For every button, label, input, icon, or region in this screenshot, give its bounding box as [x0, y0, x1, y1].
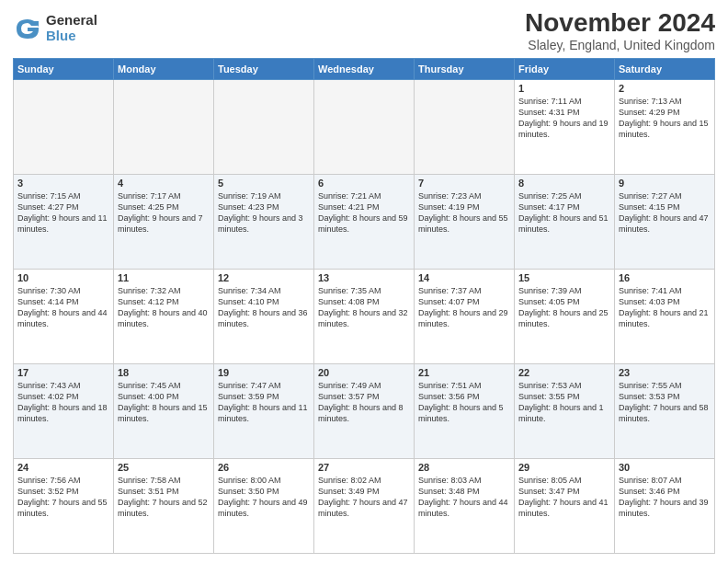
- day-number: 17: [17, 367, 109, 378]
- week-row-3: 10Sunrise: 7:30 AM Sunset: 4:14 PM Dayli…: [14, 269, 715, 363]
- week-row-2: 3Sunrise: 7:15 AM Sunset: 4:27 PM Daylig…: [14, 174, 715, 269]
- cell-1-1: [14, 79, 114, 174]
- day-info: Sunrise: 7:58 AM Sunset: 3:51 PM Dayligh…: [118, 475, 210, 520]
- week-row-1: 1Sunrise: 7:11 AM Sunset: 4:31 PM Daylig…: [14, 79, 715, 174]
- day-info: Sunrise: 7:56 AM Sunset: 3:52 PM Dayligh…: [17, 475, 109, 520]
- cell-3-3: 12Sunrise: 7:34 AM Sunset: 4:10 PM Dayli…: [214, 269, 314, 363]
- day-number: 22: [518, 367, 610, 378]
- col-tuesday: Tuesday: [214, 58, 314, 79]
- calendar-header: Sunday Monday Tuesday Wednesday Thursday…: [14, 58, 715, 79]
- day-info: Sunrise: 7:17 AM Sunset: 4:25 PM Dayligh…: [118, 190, 210, 236]
- day-number: 10: [17, 272, 109, 283]
- day-number: 8: [518, 178, 610, 189]
- day-info: Sunrise: 7:23 AM Sunset: 4:19 PM Dayligh…: [418, 190, 510, 236]
- day-number: 27: [318, 462, 410, 473]
- cell-5-6: 29Sunrise: 8:05 AM Sunset: 3:47 PM Dayli…: [515, 458, 615, 553]
- day-info: Sunrise: 7:47 AM Sunset: 3:59 PM Dayligh…: [218, 380, 310, 425]
- day-info: Sunrise: 7:37 AM Sunset: 4:07 PM Dayligh…: [418, 285, 510, 330]
- cell-5-4: 27Sunrise: 8:02 AM Sunset: 3:49 PM Dayli…: [314, 458, 415, 553]
- day-number: 30: [619, 462, 711, 473]
- header-row: Sunday Monday Tuesday Wednesday Thursday…: [14, 58, 715, 79]
- day-info: Sunrise: 7:30 AM Sunset: 4:14 PM Dayligh…: [17, 285, 109, 330]
- cell-1-2: [114, 79, 214, 174]
- cell-4-3: 19Sunrise: 7:47 AM Sunset: 3:59 PM Dayli…: [214, 363, 314, 458]
- cell-4-1: 17Sunrise: 7:43 AM Sunset: 4:02 PM Dayli…: [14, 363, 114, 458]
- col-thursday: Thursday: [415, 58, 515, 79]
- cell-4-6: 22Sunrise: 7:53 AM Sunset: 3:55 PM Dayli…: [515, 363, 615, 458]
- col-sunday: Sunday: [14, 58, 114, 79]
- day-info: Sunrise: 8:02 AM Sunset: 3:49 PM Dayligh…: [318, 475, 410, 520]
- day-number: 5: [218, 178, 310, 189]
- cell-1-6: 1Sunrise: 7:11 AM Sunset: 4:31 PM Daylig…: [515, 79, 615, 174]
- col-friday: Friday: [515, 58, 615, 79]
- day-info: Sunrise: 7:43 AM Sunset: 4:02 PM Dayligh…: [17, 380, 109, 425]
- day-number: 25: [118, 462, 210, 473]
- cell-4-4: 20Sunrise: 7:49 AM Sunset: 3:57 PM Dayli…: [314, 363, 415, 458]
- cell-2-7: 9Sunrise: 7:27 AM Sunset: 4:15 PM Daylig…: [615, 174, 715, 269]
- day-number: 19: [218, 367, 310, 378]
- day-number: 21: [418, 367, 510, 378]
- cell-5-5: 28Sunrise: 8:03 AM Sunset: 3:48 PM Dayli…: [415, 458, 515, 553]
- cell-2-2: 4Sunrise: 7:17 AM Sunset: 4:25 PM Daylig…: [114, 174, 214, 269]
- day-info: Sunrise: 7:21 AM Sunset: 4:21 PM Dayligh…: [318, 190, 410, 236]
- cell-4-2: 18Sunrise: 7:45 AM Sunset: 4:00 PM Dayli…: [114, 363, 214, 458]
- day-number: 2: [619, 83, 711, 94]
- cell-5-3: 26Sunrise: 8:00 AM Sunset: 3:50 PM Dayli…: [214, 458, 314, 553]
- logo-icon: [13, 14, 42, 43]
- col-wednesday: Wednesday: [314, 58, 415, 79]
- day-number: 12: [218, 272, 310, 283]
- day-number: 23: [619, 367, 711, 378]
- day-info: Sunrise: 7:32 AM Sunset: 4:12 PM Dayligh…: [118, 285, 210, 330]
- day-number: 29: [518, 462, 610, 473]
- cell-1-3: [214, 79, 314, 174]
- day-number: 4: [118, 178, 210, 189]
- day-number: 26: [218, 462, 310, 473]
- day-info: Sunrise: 7:45 AM Sunset: 4:00 PM Dayligh…: [118, 380, 210, 425]
- day-number: 9: [619, 178, 711, 189]
- day-info: Sunrise: 7:13 AM Sunset: 4:29 PM Dayligh…: [619, 96, 711, 141]
- cell-4-5: 21Sunrise: 7:51 AM Sunset: 3:56 PM Dayli…: [415, 363, 515, 458]
- cell-2-3: 5Sunrise: 7:19 AM Sunset: 4:23 PM Daylig…: [214, 174, 314, 269]
- cell-1-4: [314, 79, 415, 174]
- day-info: Sunrise: 7:49 AM Sunset: 3:57 PM Dayligh…: [318, 380, 410, 425]
- cell-2-1: 3Sunrise: 7:15 AM Sunset: 4:27 PM Daylig…: [14, 174, 114, 269]
- cell-2-4: 6Sunrise: 7:21 AM Sunset: 4:21 PM Daylig…: [314, 174, 415, 269]
- day-number: 6: [318, 178, 410, 189]
- logo: General Blue: [13, 13, 97, 43]
- day-number: 11: [118, 272, 210, 283]
- day-info: Sunrise: 7:51 AM Sunset: 3:56 PM Dayligh…: [418, 380, 510, 425]
- day-info: Sunrise: 7:53 AM Sunset: 3:55 PM Dayligh…: [518, 380, 610, 425]
- day-info: Sunrise: 8:00 AM Sunset: 3:50 PM Dayligh…: [218, 475, 310, 520]
- cell-3-5: 14Sunrise: 7:37 AM Sunset: 4:07 PM Dayli…: [415, 269, 515, 363]
- day-number: 14: [418, 272, 510, 283]
- day-number: 13: [318, 272, 410, 283]
- cell-1-7: 2Sunrise: 7:13 AM Sunset: 4:29 PM Daylig…: [615, 79, 715, 174]
- logo-blue: Blue: [46, 29, 97, 44]
- logo-general: General: [46, 13, 97, 29]
- day-info: Sunrise: 7:25 AM Sunset: 4:17 PM Dayligh…: [518, 190, 610, 236]
- day-number: 20: [318, 367, 410, 378]
- page: General Blue November 2024 Slaley, Engla…: [0, 0, 728, 563]
- cell-3-4: 13Sunrise: 7:35 AM Sunset: 4:08 PM Dayli…: [314, 269, 415, 363]
- cell-3-7: 16Sunrise: 7:41 AM Sunset: 4:03 PM Dayli…: [615, 269, 715, 363]
- day-info: Sunrise: 7:35 AM Sunset: 4:08 PM Dayligh…: [318, 285, 410, 330]
- day-info: Sunrise: 7:34 AM Sunset: 4:10 PM Dayligh…: [218, 285, 310, 330]
- day-info: Sunrise: 7:55 AM Sunset: 3:53 PM Dayligh…: [619, 380, 711, 425]
- day-info: Sunrise: 7:11 AM Sunset: 4:31 PM Dayligh…: [518, 96, 610, 141]
- week-row-4: 17Sunrise: 7:43 AM Sunset: 4:02 PM Dayli…: [14, 363, 715, 458]
- title-block: November 2024 Slaley, England, United Ki…: [525, 9, 715, 52]
- cell-3-6: 15Sunrise: 7:39 AM Sunset: 4:05 PM Dayli…: [515, 269, 615, 363]
- cell-3-2: 11Sunrise: 7:32 AM Sunset: 4:12 PM Dayli…: [114, 269, 214, 363]
- day-number: 3: [17, 178, 109, 189]
- day-info: Sunrise: 7:15 AM Sunset: 4:27 PM Dayligh…: [17, 190, 109, 236]
- day-info: Sunrise: 7:27 AM Sunset: 4:15 PM Dayligh…: [619, 190, 711, 236]
- cell-3-1: 10Sunrise: 7:30 AM Sunset: 4:14 PM Dayli…: [14, 269, 114, 363]
- day-info: Sunrise: 8:05 AM Sunset: 3:47 PM Dayligh…: [518, 475, 610, 520]
- day-info: Sunrise: 7:19 AM Sunset: 4:23 PM Dayligh…: [218, 190, 310, 236]
- day-number: 28: [418, 462, 510, 473]
- day-info: Sunrise: 8:07 AM Sunset: 3:46 PM Dayligh…: [619, 475, 711, 520]
- day-number: 7: [418, 178, 510, 189]
- month-title: November 2024: [525, 9, 715, 38]
- cell-5-7: 30Sunrise: 8:07 AM Sunset: 3:46 PM Dayli…: [615, 458, 715, 553]
- calendar-body: 1Sunrise: 7:11 AM Sunset: 4:31 PM Daylig…: [14, 79, 715, 553]
